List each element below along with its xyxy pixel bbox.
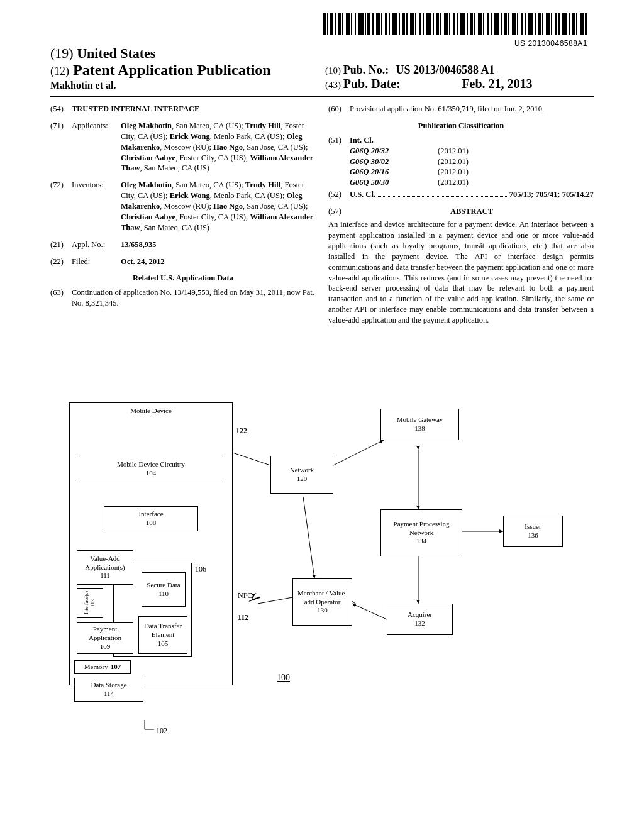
- barcode-number: US 20130046588A1: [323, 39, 587, 48]
- box-acquirer: Acquirer 132: [387, 604, 453, 635]
- svg-line-67: [233, 453, 270, 465]
- svg-rect-24: [423, 13, 424, 35]
- right-column: (60) Provisional application No. 61/350,…: [328, 104, 594, 326]
- figure-diagram: Mobile Device Mobile Device Circuitry 10…: [69, 402, 572, 755]
- svg-rect-32: [457, 13, 458, 35]
- svg-rect-43: [504, 13, 507, 35]
- field-21-applno: (21) Appl. No.: 13/658,935: [50, 240, 316, 250]
- svg-rect-23: [419, 13, 421, 35]
- field-54-title: (54) TRUSTED INTERNAL INTERFACE: [50, 104, 316, 114]
- box-interface: Interface 108: [104, 506, 198, 531]
- svg-rect-56: [558, 13, 560, 35]
- svg-rect-48: [525, 13, 526, 35]
- box-memory: Memory 107: [74, 660, 131, 674]
- svg-rect-38: [483, 13, 484, 35]
- label-106: 106: [195, 565, 206, 574]
- svg-rect-5: [342, 13, 343, 35]
- svg-rect-33: [460, 13, 465, 35]
- abstract-text: An interface and device architecture for…: [328, 219, 594, 326]
- applicants-value: Oleg Makhotin, San Mateo, CA (US); Trudy…: [121, 121, 316, 174]
- intcl-row: G06Q 20/16(2012.01): [350, 167, 594, 177]
- svg-rect-31: [453, 13, 455, 35]
- svg-rect-49: [528, 13, 533, 35]
- patent-page: US 20130046588A1 (19) United States (12)…: [0, 0, 644, 830]
- barcode-block: US 20130046588A1: [323, 13, 587, 48]
- intcl-row: G06Q 50/30(2012.01): [350, 177, 594, 188]
- svg-rect-61: [580, 13, 584, 35]
- field-60-provisional: (60) Provisional application No. 61/350,…: [328, 104, 594, 114]
- box-ppn: Payment Processing Network 134: [380, 509, 462, 556]
- field-22-filed: (22) Filed: Oct. 24, 2012: [50, 257, 316, 267]
- svg-rect-55: [555, 13, 557, 35]
- svg-rect-4: [338, 13, 341, 35]
- svg-rect-45: [512, 13, 516, 35]
- label-102: 102: [156, 726, 167, 736]
- svg-rect-53: [546, 13, 550, 35]
- pub-date-line: (43) Pub. Date: Feb. 21, 2013: [325, 77, 594, 91]
- field-72-inventors: (72) Inventors: Oleg Makhotin, San Mateo…: [50, 180, 316, 233]
- svg-rect-54: [551, 13, 552, 35]
- box-network: Network 120: [270, 456, 333, 494]
- field-71-applicants: (71) Applicants: Oleg Makhotin, San Mate…: [50, 121, 316, 174]
- svg-rect-8: [355, 13, 356, 35]
- box-interfaces-side: Interface(s) 113: [77, 588, 103, 618]
- svg-rect-57: [562, 13, 567, 35]
- svg-rect-37: [478, 13, 482, 35]
- doc-type-line: (12) Patent Application Publication: [50, 62, 319, 79]
- svg-rect-19: [402, 13, 405, 35]
- pub-classification-title: Publication Classification: [328, 121, 594, 131]
- intcl-row: G06Q 20/32(2012.01): [350, 146, 594, 157]
- svg-line-68: [303, 497, 314, 578]
- biblio-columns: (54) TRUSTED INTERNAL INTERFACE (71) App…: [50, 104, 594, 326]
- svg-rect-3: [335, 13, 336, 35]
- svg-rect-7: [351, 13, 352, 35]
- svg-rect-36: [474, 13, 475, 35]
- box-merchant: Merchant / Value-add Operator 130: [292, 578, 352, 626]
- svg-rect-35: [470, 13, 473, 35]
- svg-rect-52: [542, 13, 543, 35]
- svg-rect-40: [491, 13, 492, 35]
- svg-rect-29: [444, 13, 448, 35]
- svg-rect-58: [569, 13, 570, 35]
- figure-number: 100: [277, 673, 290, 683]
- svg-rect-14: [381, 13, 382, 35]
- country-line: (19) United States: [50, 45, 319, 62]
- inventors-value: Oleg Makhotin, San Mateo, CA (US); Trudy…: [121, 180, 316, 233]
- svg-rect-59: [572, 13, 575, 35]
- svg-rect-46: [517, 13, 518, 35]
- svg-rect-1: [327, 13, 328, 35]
- svg-rect-11: [367, 13, 370, 35]
- intcl-table: G06Q 20/32(2012.01)G06Q 30/02(2012.01)G0…: [350, 146, 594, 189]
- related-data-title: Related U.S. Application Data: [50, 273, 316, 284]
- svg-rect-16: [389, 13, 390, 35]
- svg-rect-20: [406, 13, 408, 35]
- box-valueadd: Value-Add Application(s) 111: [77, 550, 133, 585]
- svg-rect-51: [538, 13, 541, 35]
- svg-rect-41: [494, 13, 499, 35]
- box-dte: Data Transfer Element 105: [138, 616, 187, 654]
- dotted-leader: [378, 189, 507, 197]
- svg-line-73: [352, 604, 387, 619]
- svg-rect-42: [501, 13, 502, 35]
- svg-rect-13: [376, 13, 380, 35]
- label-nfc: NFC: [238, 591, 252, 600]
- intcl-row: G06Q 30/02(2012.01): [350, 157, 594, 167]
- label-122: 122: [236, 426, 247, 436]
- field-52-uscl: (52) U.S. Cl. 705/13; 705/41; 705/14.27: [328, 189, 594, 200]
- svg-rect-60: [576, 13, 577, 35]
- svg-line-69: [327, 440, 384, 468]
- svg-rect-47: [521, 13, 523, 35]
- box-datastore: Data Storage 114: [74, 678, 143, 702]
- svg-rect-30: [449, 13, 450, 35]
- box-issuer: Issuer 136: [503, 516, 563, 547]
- svg-rect-17: [392, 13, 397, 35]
- authors-line: Makhotin et al.: [50, 80, 319, 91]
- svg-line-75: [258, 597, 292, 604]
- svg-rect-18: [399, 13, 400, 35]
- box-payment-app: Payment Application 109: [77, 622, 133, 654]
- label-112: 112: [238, 613, 248, 622]
- svg-rect-50: [535, 13, 536, 35]
- svg-rect-15: [385, 13, 387, 35]
- svg-rect-34: [467, 13, 468, 35]
- field-57-abstract-header: (57) ABSTRACT: [328, 206, 594, 217]
